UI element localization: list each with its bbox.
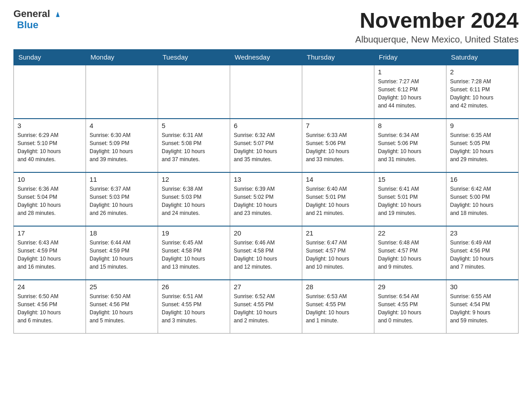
logo-blue-text: Blue [17, 19, 39, 30]
calendar-cell: 7Sunrise: 6:33 AM Sunset: 5:06 PM Daylig… [302, 119, 374, 172]
day-number: 26 [162, 283, 226, 291]
day-number: 18 [90, 229, 154, 237]
logo: General Blue [13, 9, 62, 31]
calendar-cell: 11Sunrise: 6:37 AM Sunset: 5:03 PM Dayli… [86, 172, 158, 226]
main-title: November 2024 [355, 9, 519, 33]
day-number: 22 [378, 229, 442, 237]
calendar-header-thursday: Thursday [302, 49, 374, 65]
calendar-header-row: SundayMondayTuesdayWednesdayThursdayFrid… [14, 49, 519, 65]
calendar-cell: 2Sunrise: 7:28 AM Sunset: 6:11 PM Daylig… [446, 65, 519, 119]
day-info: Sunrise: 6:52 AM Sunset: 4:55 PM Dayligh… [234, 292, 298, 325]
calendar-cell: 25Sunrise: 6:50 AM Sunset: 4:56 PM Dayli… [86, 280, 158, 334]
day-info: Sunrise: 6:51 AM Sunset: 4:55 PM Dayligh… [162, 292, 226, 325]
day-number: 27 [234, 283, 298, 291]
calendar-cell: 20Sunrise: 6:46 AM Sunset: 4:58 PM Dayli… [230, 226, 302, 280]
day-number: 8 [378, 122, 442, 129]
calendar-header-friday: Friday [374, 49, 446, 65]
calendar-header-tuesday: Tuesday [158, 49, 230, 65]
day-info: Sunrise: 6:34 AM Sunset: 5:06 PM Dayligh… [378, 131, 442, 163]
day-info: Sunrise: 6:50 AM Sunset: 4:56 PM Dayligh… [17, 292, 82, 325]
page-header: General Blue November 2024 Albuquerque, … [13, 9, 519, 45]
day-number: 15 [378, 176, 442, 183]
calendar-cell: 18Sunrise: 6:44 AM Sunset: 4:59 PM Dayli… [86, 226, 158, 280]
day-number: 2 [450, 68, 515, 76]
day-number: 21 [306, 229, 370, 237]
calendar-cell: 5Sunrise: 6:31 AM Sunset: 5:08 PM Daylig… [158, 119, 230, 172]
calendar-cell: 23Sunrise: 6:49 AM Sunset: 4:56 PM Dayli… [446, 226, 519, 280]
calendar-cell: 4Sunrise: 6:30 AM Sunset: 5:09 PM Daylig… [86, 119, 158, 172]
calendar-header-saturday: Saturday [446, 49, 519, 65]
day-number: 23 [450, 229, 515, 237]
day-number: 7 [306, 122, 370, 129]
day-number: 4 [90, 122, 154, 129]
calendar-cell: 30Sunrise: 6:55 AM Sunset: 4:54 PM Dayli… [446, 280, 519, 334]
svg-marker-0 [56, 12, 60, 17]
calendar-cell: 12Sunrise: 6:38 AM Sunset: 5:03 PM Dayli… [158, 172, 230, 226]
day-number: 16 [450, 176, 515, 183]
day-number: 12 [162, 176, 226, 183]
day-number: 6 [234, 122, 298, 129]
calendar-cell: 27Sunrise: 6:52 AM Sunset: 4:55 PM Dayli… [230, 280, 302, 334]
day-info: Sunrise: 6:47 AM Sunset: 4:57 PM Dayligh… [306, 239, 370, 271]
calendar-week-row: 1Sunrise: 7:27 AM Sunset: 6:12 PM Daylig… [14, 65, 519, 119]
day-info: Sunrise: 6:49 AM Sunset: 4:56 PM Dayligh… [450, 239, 515, 271]
day-info: Sunrise: 6:48 AM Sunset: 4:57 PM Dayligh… [378, 239, 442, 271]
day-number: 11 [90, 176, 154, 183]
day-info: Sunrise: 6:43 AM Sunset: 4:59 PM Dayligh… [17, 239, 82, 271]
calendar-cell: 8Sunrise: 6:34 AM Sunset: 5:06 PM Daylig… [374, 119, 446, 172]
day-info: Sunrise: 7:27 AM Sunset: 6:12 PM Dayligh… [378, 77, 442, 110]
logo-general-text: General [13, 9, 62, 19]
calendar-cell [158, 65, 230, 119]
calendar-cell: 1Sunrise: 7:27 AM Sunset: 6:12 PM Daylig… [374, 65, 446, 119]
calendar-header-wednesday: Wednesday [230, 49, 302, 65]
day-number: 13 [234, 176, 298, 183]
calendar-week-row: 10Sunrise: 6:36 AM Sunset: 5:04 PM Dayli… [14, 172, 519, 226]
calendar-cell: 24Sunrise: 6:50 AM Sunset: 4:56 PM Dayli… [14, 280, 86, 334]
day-info: Sunrise: 6:35 AM Sunset: 5:05 PM Dayligh… [450, 131, 515, 163]
day-info: Sunrise: 6:44 AM Sunset: 4:59 PM Dayligh… [90, 239, 154, 271]
calendar-cell: 26Sunrise: 6:51 AM Sunset: 4:55 PM Dayli… [158, 280, 230, 334]
calendar-cell: 16Sunrise: 6:42 AM Sunset: 5:00 PM Dayli… [446, 172, 519, 226]
calendar-week-row: 17Sunrise: 6:43 AM Sunset: 4:59 PM Dayli… [14, 226, 519, 280]
calendar-cell: 21Sunrise: 6:47 AM Sunset: 4:57 PM Dayli… [302, 226, 374, 280]
day-number: 14 [306, 176, 370, 183]
calendar-table: SundayMondayTuesdayWednesdayThursdayFrid… [13, 49, 519, 334]
calendar-cell: 22Sunrise: 6:48 AM Sunset: 4:57 PM Dayli… [374, 226, 446, 280]
day-number: 5 [162, 122, 226, 129]
calendar-week-row: 3Sunrise: 6:29 AM Sunset: 5:10 PM Daylig… [14, 119, 519, 172]
day-info: Sunrise: 6:38 AM Sunset: 5:03 PM Dayligh… [162, 185, 226, 217]
title-block: November 2024 Albuquerque, New Mexico, U… [355, 9, 519, 45]
calendar-cell: 13Sunrise: 6:39 AM Sunset: 5:02 PM Dayli… [230, 172, 302, 226]
day-number: 9 [450, 122, 515, 129]
day-info: Sunrise: 6:33 AM Sunset: 5:06 PM Dayligh… [306, 131, 370, 163]
calendar-cell: 14Sunrise: 6:40 AM Sunset: 5:01 PM Dayli… [302, 172, 374, 226]
day-number: 19 [162, 229, 226, 237]
subtitle: Albuquerque, New Mexico, United States [355, 34, 519, 45]
day-number: 28 [306, 283, 370, 291]
day-number: 10 [17, 176, 82, 183]
calendar-cell: 9Sunrise: 6:35 AM Sunset: 5:05 PM Daylig… [446, 119, 519, 172]
calendar-cell [86, 65, 158, 119]
day-number: 29 [378, 283, 442, 291]
day-number: 24 [17, 283, 82, 291]
day-info: Sunrise: 6:36 AM Sunset: 5:04 PM Dayligh… [17, 185, 82, 217]
day-info: Sunrise: 6:32 AM Sunset: 5:07 PM Dayligh… [234, 131, 298, 163]
day-info: Sunrise: 6:30 AM Sunset: 5:09 PM Dayligh… [90, 131, 154, 163]
day-info: Sunrise: 6:54 AM Sunset: 4:55 PM Dayligh… [378, 292, 442, 325]
calendar-cell: 6Sunrise: 6:32 AM Sunset: 5:07 PM Daylig… [230, 119, 302, 172]
calendar-cell: 29Sunrise: 6:54 AM Sunset: 4:55 PM Dayli… [374, 280, 446, 334]
day-info: Sunrise: 7:28 AM Sunset: 6:11 PM Dayligh… [450, 77, 515, 110]
calendar-week-row: 24Sunrise: 6:50 AM Sunset: 4:56 PM Dayli… [14, 280, 519, 334]
day-number: 17 [17, 229, 82, 237]
day-info: Sunrise: 6:42 AM Sunset: 5:00 PM Dayligh… [450, 185, 515, 217]
calendar-cell [302, 65, 374, 119]
day-number: 25 [90, 283, 154, 291]
day-info: Sunrise: 6:50 AM Sunset: 4:56 PM Dayligh… [90, 292, 154, 325]
day-info: Sunrise: 6:46 AM Sunset: 4:58 PM Dayligh… [234, 239, 298, 271]
calendar-header-sunday: Sunday [14, 49, 86, 65]
calendar-cell [14, 65, 86, 119]
day-info: Sunrise: 6:55 AM Sunset: 4:54 PM Dayligh… [450, 292, 515, 325]
day-number: 3 [17, 122, 82, 129]
calendar-cell: 19Sunrise: 6:45 AM Sunset: 4:58 PM Dayli… [158, 226, 230, 280]
day-number: 1 [378, 68, 442, 76]
